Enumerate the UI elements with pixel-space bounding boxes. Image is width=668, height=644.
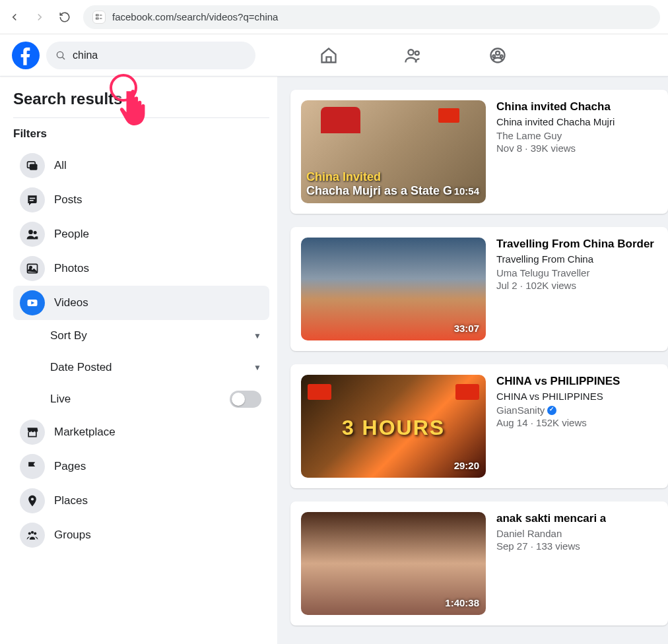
chevron-down-icon: ▼ xyxy=(253,331,261,340)
posts-icon xyxy=(20,187,45,212)
filter-all[interactable]: All xyxy=(13,148,269,183)
filter-people[interactable]: People xyxy=(13,217,269,251)
video-meta: anak sakti mencari a Daniel Randan Sep 2… xyxy=(496,512,606,615)
video-author[interactable]: Uma Telugu Traveller xyxy=(496,267,654,278)
svg-point-19 xyxy=(31,498,34,500)
filters-heading: Filters xyxy=(13,127,269,141)
svg-point-21 xyxy=(34,532,36,534)
video-duration: 10:54 xyxy=(454,185,479,197)
svg-rect-0 xyxy=(96,15,99,16)
video-thumbnail[interactable]: China Invited Chacha Mujri as a State G … xyxy=(301,100,486,203)
date-posted-dropdown[interactable]: Date Posted ▼ xyxy=(50,352,269,383)
live-label: Live xyxy=(50,393,71,406)
filter-videos[interactable]: Videos xyxy=(13,286,269,320)
thumb-decoration xyxy=(321,107,360,133)
places-icon xyxy=(20,488,45,513)
photos-icon xyxy=(20,256,45,281)
live-toggle[interactable] xyxy=(230,391,261,408)
filter-label: Groups xyxy=(54,529,91,542)
video-date-views: Jul 2 · 102K views xyxy=(496,280,654,291)
home-icon[interactable] xyxy=(319,46,338,65)
svg-point-9 xyxy=(500,55,503,57)
video-date-views: Sep 27 · 133 views xyxy=(496,540,606,552)
svg-point-14 xyxy=(28,230,33,234)
video-subtitle: CHINA vs PHILIPPINES xyxy=(496,391,620,402)
live-toggle-row: Live xyxy=(50,383,269,415)
video-date-views: Aug 14 · 152K views xyxy=(496,417,620,428)
video-result[interactable]: 1:40:38 anak sakti mencari a Daniel Rand… xyxy=(290,501,668,626)
filter-groups[interactable]: Groups xyxy=(13,518,269,552)
search-icon xyxy=(55,50,66,61)
filter-label: Posts xyxy=(54,193,83,207)
video-subtitle: China invited Chacha Mujri xyxy=(496,116,615,127)
date-posted-label: Date Posted xyxy=(50,361,112,374)
results-panel: China Invited Chacha Mujri as a State G … xyxy=(277,77,668,644)
filter-places[interactable]: Places xyxy=(13,484,269,518)
video-title[interactable]: China invited Chacha xyxy=(496,100,615,113)
video-title[interactable]: Travelling From China Border xyxy=(496,238,654,251)
thumb-center-text: 3 HOURS xyxy=(301,416,486,440)
sort-by-label: Sort By xyxy=(50,329,87,342)
search-input[interactable] xyxy=(73,49,246,61)
center-nav xyxy=(319,46,507,65)
chevron-down-icon: ▼ xyxy=(253,363,261,372)
facebook-logo[interactable] xyxy=(12,42,40,69)
video-author[interactable]: The Lame Guy xyxy=(496,130,615,141)
video-result[interactable]: 33:07 Travelling From China Border Trave… xyxy=(290,227,668,351)
video-meta: China invited Chacha China invited Chach… xyxy=(496,100,615,203)
video-title[interactable]: anak sakti mencari a xyxy=(496,512,606,525)
svg-rect-11 xyxy=(30,164,38,170)
svg-point-8 xyxy=(492,55,495,57)
video-thumbnail[interactable]: 33:07 xyxy=(301,238,486,340)
video-title[interactable]: CHINA vs PHILIPPINES xyxy=(496,375,620,388)
video-author[interactable]: GianSanity xyxy=(496,404,620,416)
video-thumbnail[interactable]: 3 HOURS 29:20 xyxy=(301,375,486,478)
svg-point-4 xyxy=(408,49,413,55)
flag-icon xyxy=(308,384,331,400)
video-result[interactable]: China Invited Chacha Mujri as a State G … xyxy=(290,90,668,214)
filter-label: Videos xyxy=(54,296,88,309)
filter-label: Pages xyxy=(54,460,86,473)
video-duration: 1:40:38 xyxy=(445,597,479,608)
filter-label: Places xyxy=(54,494,88,507)
browser-forward-button[interactable] xyxy=(33,11,46,24)
flag-icon xyxy=(438,108,459,123)
browser-back-button[interactable] xyxy=(8,11,21,24)
browser-reload-button[interactable] xyxy=(58,11,71,24)
filter-posts[interactable]: Posts xyxy=(13,183,269,217)
page-title: Search results xyxy=(13,90,269,108)
video-duration: 33:07 xyxy=(454,323,479,334)
video-duration: 29:20 xyxy=(454,460,479,471)
divider xyxy=(13,117,269,118)
address-bar[interactable]: facebook.com/search/videos?q=china xyxy=(83,5,660,29)
filter-label: People xyxy=(54,228,89,241)
filter-pages[interactable]: Pages xyxy=(13,449,269,484)
pages-icon xyxy=(20,454,45,479)
filter-label: Marketplace xyxy=(54,426,116,439)
videos-icon xyxy=(20,290,45,315)
groups-icon[interactable] xyxy=(488,46,507,65)
svg-point-15 xyxy=(34,231,37,234)
sort-by-dropdown[interactable]: Sort By ▼ xyxy=(50,320,269,352)
video-result[interactable]: 3 HOURS 29:20 CHINA vs PHILIPPINES CHINA… xyxy=(290,364,668,488)
svg-rect-12 xyxy=(30,198,35,199)
filter-photos[interactable]: Photos xyxy=(13,251,269,286)
svg-point-3 xyxy=(57,51,63,57)
video-meta: CHINA vs PHILIPPINES CHINA vs PHILIPPINE… xyxy=(496,375,620,478)
all-icon xyxy=(20,153,45,178)
video-date-views: Nov 8 · 39K views xyxy=(496,143,615,154)
svg-point-20 xyxy=(28,532,31,534)
video-thumbnail[interactable]: 1:40:38 xyxy=(301,512,486,615)
video-filter-options: Sort By ▼ Date Posted ▼ Live xyxy=(13,320,269,415)
content-area: Search results Filters All Posts People … xyxy=(0,77,668,644)
friends-icon[interactable] xyxy=(404,46,422,65)
site-settings-icon[interactable] xyxy=(92,11,106,24)
video-subtitle: Travelling From China xyxy=(496,253,654,265)
filter-marketplace[interactable]: Marketplace xyxy=(13,415,269,449)
search-box[interactable] xyxy=(46,42,255,69)
groups-filter-icon xyxy=(20,523,45,548)
video-author[interactable]: Daniel Randan xyxy=(496,528,606,539)
svg-rect-1 xyxy=(96,18,99,19)
flag-icon xyxy=(455,384,479,400)
address-bar-url: facebook.com/search/videos?q=china xyxy=(112,11,278,22)
